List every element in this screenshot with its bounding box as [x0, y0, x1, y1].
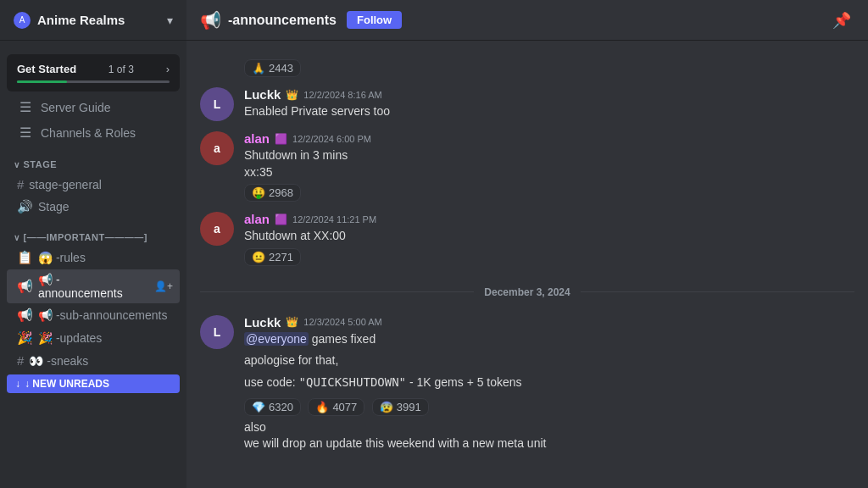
new-unreads-bar[interactable]: ↓ ↓ NEW UNREADS	[7, 374, 180, 393]
follow-button[interactable]: Follow	[347, 11, 402, 29]
messages-area: 🙏 2443 L Luckk 👑 12/2/2024 8:16 AM	[186, 41, 868, 488]
channel-stage[interactable]: 🔊 Stage	[7, 196, 180, 218]
server-chevron-icon: ▾	[167, 14, 173, 27]
role-badge: 🟪	[275, 214, 287, 225]
message-text-2: xx:35	[244, 164, 854, 181]
reaction-item[interactable]: 😐 2271	[244, 248, 301, 266]
reaction-count: 2968	[269, 186, 293, 199]
pin-icon: 📌	[832, 12, 851, 29]
message-text: @everyone games fixed	[244, 331, 854, 348]
message-group: a alan 🟪 12/2/2024 6:00 PM Shutdown in 3…	[186, 128, 868, 205]
reaction-emoji: 🤑	[252, 186, 265, 199]
channel-name: 👀 -sneaks	[29, 354, 173, 368]
reaction-item[interactable]: 💎 6320	[244, 398, 301, 416]
channel-name: 🎉 -updates	[38, 331, 173, 345]
username: alan	[244, 131, 270, 146]
message-text-apologise: apologise for that,	[244, 352, 854, 369]
channel-sub-announcements[interactable]: 📢 📢 -sub-announcements	[7, 304, 180, 326]
avatar-letter: a	[214, 222, 220, 236]
server-guide-icon: ☰	[17, 99, 34, 115]
timestamp: 12/2/2024 8:16 AM	[303, 90, 381, 100]
reaction-emoji: 🔥	[315, 401, 329, 413]
section-stage-arrow: ∨	[14, 160, 20, 169]
message-content: Luckk 👑 12/3/2024 5:00 AM @everyone game…	[244, 315, 854, 452]
channel-name: 📢 -announcements	[38, 273, 140, 300]
announcements-icon: 📢	[17, 279, 33, 294]
hash-icon: #	[17, 177, 24, 191]
section-important-arrow: ∨	[14, 233, 20, 242]
sidebar-item-server-guide[interactable]: ☰ Server Guide	[7, 95, 180, 119]
channel-sneaks[interactable]: # 👀 -sneaks	[7, 350, 180, 371]
message-text-after-mention: games fixed	[312, 332, 376, 346]
section-stage[interactable]: ∨ STAGE	[0, 146, 186, 173]
date-divider-text: December 3, 2024	[484, 286, 570, 298]
sneaks-icon: #	[17, 353, 24, 368]
username: Luckk	[244, 315, 281, 330]
message-text-also: also	[244, 419, 854, 436]
channels-roles-label: Channels & Roles	[41, 126, 136, 140]
reaction-emoji: 💎	[252, 401, 265, 413]
reaction-count: 2271	[269, 251, 293, 263]
header-right: 📌	[829, 8, 854, 33]
message-text-unit: we will drop an update this weekend with…	[244, 435, 854, 452]
message-group: L Luckk 👑 12/2/2024 8:16 AM Enabled Priv…	[186, 84, 868, 125]
server-name: Anime Realms	[37, 13, 167, 27]
reaction-count: 3991	[397, 401, 421, 413]
channels-roles-icon: ☰	[17, 125, 34, 141]
message-group: 🙏 2443	[186, 54, 868, 80]
reaction-item[interactable]: 🔥 4077	[308, 398, 364, 416]
message-group: L Luckk 👑 12/3/2024 5:00 AM @everyone ga…	[186, 312, 868, 456]
message-header: Luckk 👑 12/2/2024 8:16 AM	[244, 87, 854, 102]
get-started-box: Get Started 1 of 3 ›	[7, 54, 180, 92]
channel-name: 📢 -sub-announcements	[38, 308, 173, 322]
section-important[interactable]: ∨ [——IMPORTANT————]	[0, 219, 186, 246]
date-divider-line-right	[581, 291, 854, 292]
speaker-icon: 🔊	[17, 199, 33, 214]
message-header: alan 🟪 12/2/2024 11:21 PM	[244, 212, 854, 226]
channel-header-icon: 📢	[200, 10, 221, 30]
server-header[interactable]: A Anime Realms ▾	[0, 0, 186, 41]
pin-button[interactable]: 📌	[829, 8, 854, 33]
reaction-item[interactable]: 🤑 2968	[244, 184, 301, 202]
username: Luckk	[244, 87, 281, 102]
mention-everyone: @everyone	[244, 332, 309, 346]
channel-header-name: -announcements	[228, 13, 337, 28]
reaction-count: 2443	[269, 62, 293, 75]
get-started-chevron-icon: ›	[166, 63, 170, 75]
timestamp: 12/2/2024 6:00 PM	[292, 134, 371, 144]
message-content: alan 🟪 12/2/2024 6:00 PM Shutdown in 3 m…	[244, 131, 854, 202]
timestamp: 12/3/2024 5:00 AM	[303, 317, 381, 327]
channel-rules[interactable]: 📋 😱 -rules	[7, 247, 180, 269]
message-group: a alan 🟪 12/2/2024 11:21 PM Shutdown at …	[186, 208, 868, 269]
rules-icon: 📋	[17, 250, 33, 265]
sidebar: A Anime Realms ▾ Get Started 1 of 3 › ☰ …	[0, 0, 186, 488]
role-badge: 👑	[286, 316, 298, 328]
username: alan	[244, 212, 270, 226]
get-started-count: 1 of 3	[108, 64, 134, 75]
sidebar-item-channels-roles[interactable]: ☰ Channels & Roles	[7, 120, 180, 145]
channel-name: 😱 -rules	[38, 251, 173, 264]
channel-updates[interactable]: 🎉 🎉 -updates	[7, 327, 180, 349]
channel-stage-general[interactable]: # stage-general	[7, 174, 180, 195]
message-content: 🙏 2443	[244, 56, 854, 77]
avatar-letter: a	[214, 141, 220, 155]
message-content: alan 🟪 12/2/2024 11:21 PM Shutdown at XX…	[244, 212, 854, 266]
message-header: Luckk 👑 12/3/2024 5:00 AM	[244, 315, 854, 330]
reaction-item[interactable]: 🙏 2443	[244, 59, 301, 77]
channel-announcements[interactable]: 📢 📢 -announcements ⚙ 👤+	[7, 269, 180, 303]
avatar: L	[200, 87, 234, 121]
message-text: Shutdown in 3 mins	[244, 147, 854, 164]
date-divider-line-left	[200, 291, 474, 292]
timestamp: 12/2/2024 11:21 PM	[292, 214, 376, 225]
avatar-letter: L	[214, 325, 221, 339]
reaction-emoji: 🙏	[252, 62, 265, 75]
message-text-code: use code: "QUICKSHUTDOWN" - 1K gems + 5 …	[244, 374, 854, 391]
avatar: a	[200, 212, 234, 246]
sub-announcements-icon: 📢	[17, 308, 33, 323]
section-stage-label: STAGE	[24, 159, 58, 169]
channel-add-member-icon: 👤+	[154, 280, 173, 292]
new-unreads-label: ↓ NEW UNREADS	[25, 378, 109, 390]
reaction-item[interactable]: 😰 3991	[372, 398, 429, 416]
role-badge: 👑	[286, 89, 298, 101]
section-important-label: [——IMPORTANT————]	[24, 232, 147, 242]
